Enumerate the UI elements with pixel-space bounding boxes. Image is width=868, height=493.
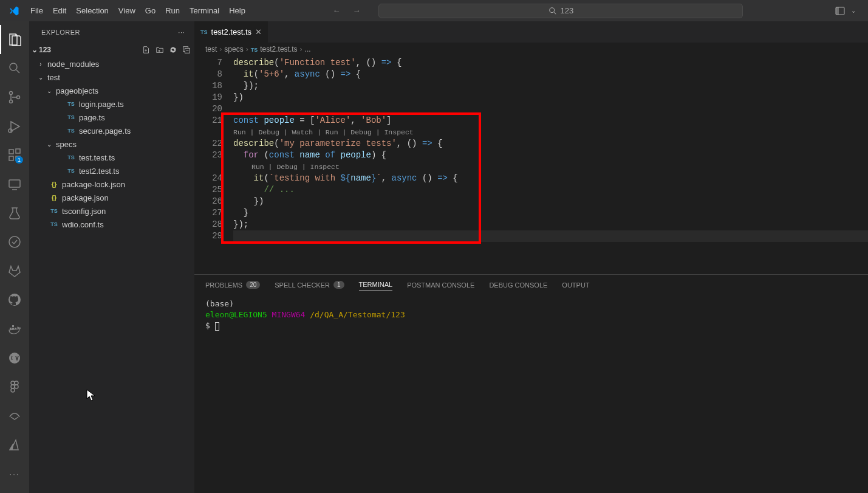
panel-tab-problems[interactable]: PROBLEMS20 (205, 281, 260, 289)
code-line[interactable]: it('5+6', async () => { (233, 69, 868, 80)
code-line[interactable]: }); (233, 219, 868, 230)
code-line[interactable]: } (233, 207, 868, 219)
nav-back-icon[interactable]: ← (332, 6, 340, 15)
tree-item[interactable]: ⌄specs (29, 137, 194, 151)
panel-tab-debug-console[interactable]: DEBUG CONSOLE (489, 281, 547, 289)
tree-item[interactable]: TSpage.ts (29, 111, 194, 124)
svg-point-0 (549, 7, 554, 12)
code-line[interactable]: it(`testing with ${name}`, async () => { (233, 173, 868, 184)
tree-item[interactable]: TStest.test.ts (29, 151, 194, 164)
check-icon[interactable] (0, 227, 29, 257)
command-center-search[interactable]: 123 (378, 4, 743, 18)
codelens[interactable]: Run | Debug | Inspect (233, 161, 868, 173)
code-line[interactable]: }) (233, 92, 868, 103)
breadcrumb-sep: › (246, 45, 248, 53)
code-editor[interactable]: 78181920212223242526272829 describe('Fun… (194, 56, 868, 274)
tree-item[interactable]: TStest2.test.ts (29, 164, 194, 178)
menu-help[interactable]: Help (224, 4, 250, 18)
code-line[interactable]: }) (233, 196, 868, 207)
tree-item[interactable]: {}package.json (29, 191, 194, 204)
azure-icon[interactable] (0, 430, 29, 460)
svg-rect-3 (836, 7, 839, 15)
tree-item[interactable]: TSwdio.conf.ts (29, 218, 194, 231)
code-line[interactable] (233, 103, 868, 115)
menu-bar: FileEditSelectionViewGoRunTerminalHelp (26, 4, 250, 18)
ts-file-icon: TS (66, 114, 77, 120)
more-icon[interactable]: ··· (0, 459, 29, 488)
panel-tab-terminal[interactable]: TERMINAL (359, 281, 393, 291)
code-content[interactable]: describe('Function test', () => { it('5+… (233, 56, 868, 274)
explorer-more-icon[interactable]: ··· (178, 29, 185, 36)
code-line[interactable]: const people = ['Alice', 'Bob'] (233, 115, 868, 126)
code-line[interactable]: for (const name of people) { (233, 150, 868, 161)
refresh-icon[interactable] (169, 46, 177, 54)
menu-go[interactable]: Go (140, 4, 160, 18)
folder-root[interactable]: ⌄ 123 (29, 43, 194, 57)
new-file-icon[interactable] (142, 46, 151, 54)
menu-terminal[interactable]: Terminal (185, 4, 224, 18)
codelens[interactable]: Run | Debug | Watch | Run | Debug | Insp… (233, 126, 868, 138)
twistie-icon: › (36, 61, 45, 67)
gitlab-icon[interactable] (0, 257, 29, 286)
run-debug-icon[interactable] (0, 112, 29, 141)
extensions-icon[interactable]: 1 (0, 141, 29, 170)
tab-close-icon[interactable]: ✕ (255, 27, 262, 36)
tab-test2[interactable]: TS test2.test.ts ✕ (194, 21, 268, 43)
code-line[interactable]: describe('my parameterize tests', () => … (233, 138, 868, 150)
nav-forward-icon[interactable]: → (352, 6, 360, 15)
panel: PROBLEMS20SPELL CHECKER1TERMINALPOSTMAN … (194, 274, 868, 493)
svg-point-24 (15, 381, 18, 385)
explorer-icon[interactable] (0, 25, 29, 54)
panel-tab-spell-checker[interactable]: SPELL CHECKER1 (275, 281, 344, 289)
breadcrumb-sep: › (219, 45, 222, 53)
menu-view[interactable]: View (114, 4, 140, 18)
testing-icon[interactable] (0, 199, 29, 228)
breadcrumb-item[interactable]: test (205, 45, 217, 53)
menu-file[interactable]: File (26, 4, 48, 18)
menu-selection[interactable]: Selection (71, 4, 113, 18)
tree-item[interactable]: TSsecure.page.ts (29, 124, 194, 137)
layout-chevron-icon[interactable]: ⌄ (851, 7, 856, 14)
cypress-icon[interactable] (0, 343, 29, 373)
panel-tab-postman-console[interactable]: POSTMAN CONSOLE (407, 281, 474, 289)
panel-tab-output[interactable]: OUTPUT (562, 281, 589, 289)
layout-icon[interactable] (835, 6, 845, 16)
figma-icon[interactable] (0, 373, 29, 402)
breadcrumb-item[interactable]: ... (305, 45, 311, 53)
terminal-prompt: $ (205, 321, 215, 330)
tree-label: secure.page.ts (79, 126, 131, 136)
github-icon[interactable] (0, 286, 29, 315)
svg-line-5 (16, 70, 19, 73)
code-line[interactable] (233, 230, 868, 242)
code-line[interactable]: // ... (233, 184, 868, 196)
new-folder-icon[interactable] (155, 46, 164, 54)
remote-icon[interactable] (0, 170, 29, 199)
breadcrumb[interactable]: test›specs›TStest2.test.ts›... (194, 43, 868, 56)
tree-item[interactable]: ⌄test (29, 71, 194, 84)
code-line[interactable]: describe('Function test', () => { (233, 57, 868, 69)
tree-label: test.test.ts (79, 153, 115, 162)
docker-icon[interactable] (0, 314, 29, 343)
tree-item[interactable]: ⌄pageobjects (29, 84, 194, 97)
tree-item[interactable]: TSlogin.page.ts (29, 97, 194, 111)
editor-tabs: TS test2.test.ts ✕ (194, 21, 868, 43)
breadcrumb-item[interactable]: specs (224, 45, 243, 53)
scm-icon[interactable] (0, 83, 29, 112)
terminal-content[interactable]: (base) eleon@LEGION5 MINGW64 /d/QA_A/Tes… (194, 295, 868, 493)
svg-point-25 (15, 385, 18, 388)
postman-icon[interactable] (0, 401, 29, 430)
tree-item[interactable]: ›node_modules (29, 57, 194, 71)
root-name: 123 (39, 46, 51, 54)
breadcrumb-item[interactable]: TStest2.test.ts (251, 45, 298, 53)
menu-run[interactable]: Run (160, 4, 185, 18)
tree-item[interactable]: TStsconfig.json (29, 204, 194, 218)
search-icon (548, 7, 557, 15)
ts-file-icon: TS (66, 101, 77, 107)
search-activity-icon[interactable] (0, 54, 29, 83)
collapse-icon[interactable] (182, 46, 191, 54)
menu-edit[interactable]: Edit (48, 4, 71, 18)
panel-tabs: PROBLEMS20SPELL CHECKER1TERMINALPOSTMAN … (194, 275, 868, 295)
tree-label: test2.test.ts (79, 167, 119, 176)
tree-item[interactable]: {}package-lock.json (29, 178, 194, 191)
code-line[interactable]: }); (233, 80, 868, 92)
